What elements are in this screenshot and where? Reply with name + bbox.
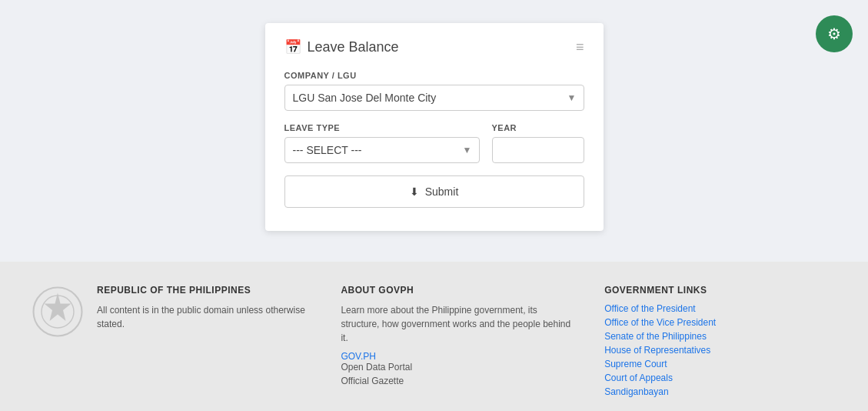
ph-seal-logo bbox=[31, 285, 85, 339]
footer-link-open-data[interactable]: Open Data Portal bbox=[341, 362, 574, 373]
footer-republic-text: REPUBLIC OF THE PHILIPPINES All content … bbox=[97, 285, 310, 331]
leave-type-select-wrapper: --- SELECT --- ▼ bbox=[284, 137, 480, 163]
card-title-group: 📅 Leave Balance bbox=[284, 38, 399, 55]
company-select-wrapper: LGU San Jose Del Monte City ▼ bbox=[284, 85, 584, 111]
footer-about-desc: Learn more about the Philippine governme… bbox=[341, 303, 574, 345]
gear-icon: ⚙ bbox=[827, 25, 841, 43]
company-section: COMPANY / LGU LGU San Jose Del Monte Cit… bbox=[284, 71, 584, 111]
footer-col-about: ABOUT GOVPH Learn more about the Philipp… bbox=[341, 285, 574, 400]
leave-year-row: LEAVE TYPE --- SELECT --- ▼ YEAR bbox=[284, 123, 584, 163]
submit-icon: ⬇ bbox=[410, 185, 419, 198]
leave-type-label: LEAVE TYPE bbox=[284, 123, 480, 132]
card-title: Leave Balance bbox=[308, 39, 399, 55]
footer-col-republic: REPUBLIC OF THE PHILIPPINES All content … bbox=[31, 285, 310, 400]
year-input[interactable] bbox=[492, 137, 584, 163]
svg-marker-2 bbox=[45, 293, 72, 321]
year-label: YEAR bbox=[492, 123, 584, 132]
footer-link-senate[interactable]: Senate of the Philippines bbox=[604, 331, 837, 342]
main-area: ⚙ 📅 Leave Balance ≡ COMPANY / LGU LGU Sa… bbox=[0, 0, 868, 262]
submit-label: Submit bbox=[425, 185, 459, 198]
footer-link-sandiganbayan[interactable]: Sandiganbayan bbox=[604, 386, 837, 397]
year-section: YEAR bbox=[492, 123, 584, 163]
footer: REPUBLIC OF THE PHILIPPINES All content … bbox=[0, 262, 868, 411]
footer-link-vp[interactable]: Office of the Vice President bbox=[604, 317, 837, 328]
leave-type-section: LEAVE TYPE --- SELECT --- ▼ bbox=[284, 123, 480, 163]
leave-type-select[interactable]: --- SELECT --- bbox=[284, 137, 480, 163]
footer-link-house[interactable]: House of Representatives bbox=[604, 345, 837, 356]
footer-link-govph[interactable]: GOV.PH bbox=[341, 351, 574, 362]
footer-gov-links-title: GOVERNMENT LINKS bbox=[604, 285, 837, 296]
footer-link-president[interactable]: Office of the President bbox=[604, 303, 837, 314]
footer-link-supreme-court[interactable]: Supreme Court bbox=[604, 359, 837, 369]
footer-republic-desc: All content is in the public domain unle… bbox=[97, 303, 310, 331]
company-label: COMPANY / LGU bbox=[284, 71, 584, 80]
card-header: 📅 Leave Balance ≡ bbox=[284, 38, 584, 55]
footer-link-gazette[interactable]: Official Gazette bbox=[341, 376, 574, 386]
company-select[interactable]: LGU San Jose Del Monte City bbox=[284, 85, 584, 111]
calendar-icon: 📅 bbox=[284, 38, 301, 55]
menu-icon[interactable]: ≡ bbox=[576, 39, 584, 55]
footer-republic-title: REPUBLIC OF THE PHILIPPINES bbox=[97, 285, 310, 296]
footer-col-gov-links: GOVERNMENT LINKS Office of the President… bbox=[604, 285, 837, 400]
leave-balance-card: 📅 Leave Balance ≡ COMPANY / LGU LGU San … bbox=[265, 23, 604, 231]
footer-link-court-of-appeals[interactable]: Court of Appeals bbox=[604, 373, 837, 383]
gear-button[interactable]: ⚙ bbox=[816, 15, 853, 52]
footer-about-title: ABOUT GOVPH bbox=[341, 285, 574, 296]
submit-button[interactable]: ⬇ Submit bbox=[284, 175, 584, 208]
